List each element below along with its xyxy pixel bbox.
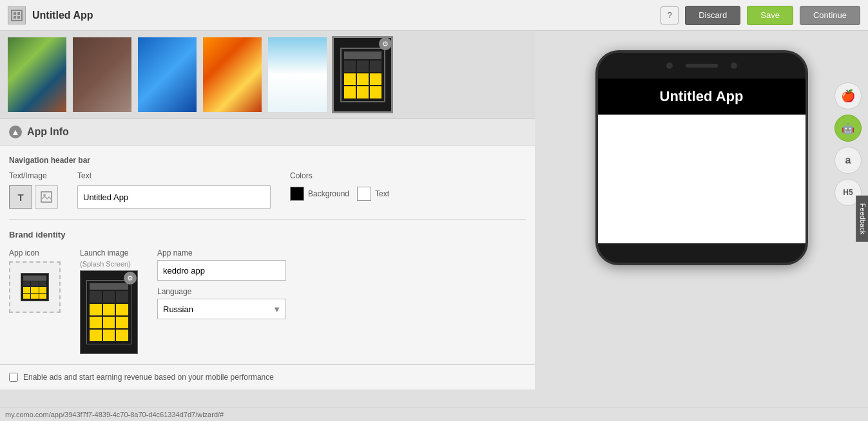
app-info-header[interactable]: ▲ App Info <box>0 118 535 145</box>
text-color-label: Text <box>375 189 389 198</box>
image-mode-button[interactable] <box>35 185 58 209</box>
background-color-item: Background <box>290 187 349 201</box>
svg-rect-0 <box>12 10 22 21</box>
app-name-field: App name <box>157 248 286 281</box>
amazon-platform-icon[interactable]: a <box>834 147 862 174</box>
text-image-label: Text/Image <box>9 171 58 180</box>
theme-thumb-selected[interactable]: ⚙ <box>332 36 393 113</box>
enable-ads-checkbox[interactable] <box>9 373 18 382</box>
app-info-title: App Info <box>27 126 69 138</box>
enable-ads-label: Enable ads and start earning revenue bas… <box>23 373 274 382</box>
svg-rect-2 <box>17 12 20 15</box>
app-icon-group: App icon <box>9 248 61 313</box>
background-color-swatch[interactable] <box>290 187 304 201</box>
app-name-label: App name <box>157 248 286 257</box>
app-logo <box>8 6 26 24</box>
app-info-body: Navigation header bar Text/Image T <box>0 145 535 219</box>
feedback-tab[interactable]: Feedback <box>856 196 868 242</box>
nav-header-label: Navigation header bar <box>9 156 526 165</box>
theme-thumb-4[interactable] <box>202 36 263 113</box>
theme-thumb-1[interactable] <box>6 36 68 113</box>
app-name-lang-group: App name Language Russian English Spanis… <box>157 248 286 319</box>
text-color-item: Text <box>357 187 389 201</box>
phone-top-bar <box>598 53 805 79</box>
url-bar: my.como.com/app/3943f7f7-4839-4c70-8a70-… <box>0 407 868 421</box>
phone-app-title: Untitled App <box>660 88 744 105</box>
discard-button[interactable]: Discard <box>685 6 740 25</box>
background-color-label: Background <box>308 189 349 198</box>
launch-image-label: Launch image <box>80 248 138 257</box>
main-layout: ⚙ ▲ App Info Navigation header bar Text/… <box>0 31 868 407</box>
theme-settings-icon[interactable]: ⚙ <box>379 37 392 50</box>
help-button[interactable]: ? <box>661 6 679 24</box>
phone-speaker <box>686 64 718 68</box>
phone-app-bar: Untitled App <box>598 79 805 115</box>
language-select[interactable]: Russian English Spanish French German <box>157 299 286 319</box>
topbar: Untitled App ? Discard Save Continue <box>0 0 868 31</box>
brand-identity-label: Brand identity <box>9 230 526 239</box>
svg-rect-4 <box>17 16 20 19</box>
collapse-icon[interactable]: ▲ <box>9 126 22 138</box>
language-label: Language <box>157 287 286 296</box>
enable-ads-row: Enable ads and start earning revenue bas… <box>0 364 535 389</box>
text-image-group: Text/Image T <box>9 171 58 209</box>
phone-content <box>598 115 805 243</box>
right-panel: Untitled App 🍎 🤖 a H5 Feedback <box>535 31 868 407</box>
text-color-swatch[interactable] <box>357 187 371 201</box>
url-text: my.como.com/app/3943f7f7-4839-4c70-8a70-… <box>5 411 224 418</box>
app-name-input[interactable] <box>157 260 286 281</box>
colors-group: Colors Background Text <box>290 171 389 201</box>
left-panel: ⚙ ▲ App Info Navigation header bar Text/… <box>0 31 535 407</box>
phone-camera <box>666 62 673 69</box>
launch-settings-icon[interactable]: ⚙ <box>124 272 137 285</box>
app-icon-box[interactable] <box>9 261 61 313</box>
save-button[interactable]: Save <box>747 6 793 25</box>
theme-thumb-5[interactable] <box>267 36 328 113</box>
text-mode-button[interactable]: T <box>9 185 32 209</box>
language-field: Language Russian English Spanish French … <box>157 287 286 319</box>
svg-rect-3 <box>14 16 16 19</box>
launch-image-group: Launch image (Splash Screen) <box>80 248 138 354</box>
text-group: Text <box>77 171 271 209</box>
launch-sublabel: (Splash Screen) <box>80 260 138 268</box>
theme-thumb-2[interactable] <box>72 36 133 113</box>
brand-row: App icon <box>9 248 526 354</box>
text-image-buttons: T <box>9 185 58 209</box>
svg-rect-5 <box>41 192 52 202</box>
launch-image-wrap[interactable]: ⚙ <box>80 270 138 354</box>
platform-icons: 🍎 🤖 a H5 <box>834 82 862 206</box>
app-icon-label: App icon <box>9 248 61 257</box>
android-platform-icon[interactable]: 🤖 <box>834 115 862 142</box>
image-strip: ⚙ <box>0 31 535 118</box>
text-field-label: Text <box>77 171 271 180</box>
nav-title-input[interactable] <box>77 185 271 209</box>
continue-button[interactable]: Continue <box>800 6 860 25</box>
colors-label: Colors <box>290 171 389 180</box>
theme-thumb-3[interactable] <box>137 36 198 113</box>
colors-row: Background Text <box>290 187 389 201</box>
language-select-wrap: Russian English Spanish French German ▼ <box>157 299 286 319</box>
phone-camera-2 <box>731 62 737 69</box>
nav-header-row: Text/Image T Text <box>9 171 526 209</box>
svg-rect-1 <box>14 12 16 15</box>
phone-bottom <box>598 243 805 263</box>
brand-section: Brand identity App icon <box>0 220 535 364</box>
app-title: Untitled App <box>32 10 654 21</box>
apple-platform-icon[interactable]: 🍎 <box>834 82 862 109</box>
phone-mockup: Untitled App <box>595 50 808 265</box>
app-info-section: ▲ App Info Navigation header bar Text/Im… <box>0 118 535 389</box>
